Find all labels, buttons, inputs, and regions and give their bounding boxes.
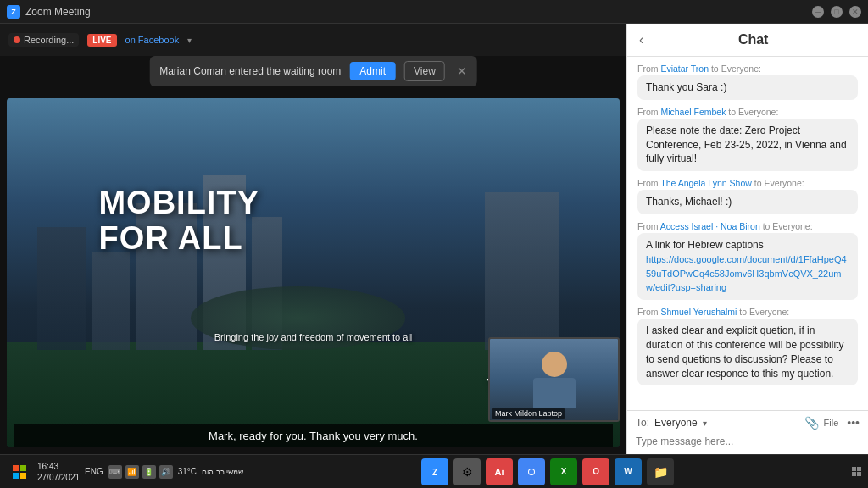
- keyboard-icon: ⌨: [108, 465, 122, 479]
- chat-message: From Eviatar Tron to Everyone: Thank you…: [637, 64, 858, 100]
- titlebar-left: Z Zoom Meeting: [7, 5, 91, 19]
- hebrew-captions-link[interactable]: https://docs.google.com/document/d/1FfaH…: [646, 254, 847, 293]
- participant-thumbnail: Mark Mildon Laptop: [488, 337, 620, 422]
- sender-link[interactable]: Michael Fembek: [660, 107, 726, 117]
- taskbar-apps: Z ⚙ Ai X O W 📁: [421, 458, 674, 485]
- taskbar: 16:43 27/07/2021 ENG ⌨ 📶 🔋 🔊 31°C שמשי ר…: [0, 454, 868, 488]
- view-button[interactable]: View: [404, 61, 445, 81]
- svg-rect-0: [13, 465, 19, 471]
- chrome-taskbar-app[interactable]: [518, 458, 545, 485]
- taskbar-language[interactable]: ENG: [85, 467, 103, 476]
- windows-grid-icon[interactable]: [852, 467, 861, 476]
- close-notification-button[interactable]: ✕: [457, 64, 467, 78]
- chat-header: ‹ Chat: [627, 24, 868, 57]
- person-head: [542, 352, 567, 377]
- volume-icon: 🔊: [159, 465, 173, 479]
- message-text: I asked clear and explicit quetion, if i…: [637, 319, 858, 385]
- message-text: Please note the date: Zero Project Confe…: [637, 119, 858, 171]
- facebook-dropdown-icon[interactable]: ▾: [187, 36, 192, 45]
- close-button[interactable]: ✕: [849, 6, 861, 18]
- admit-button[interactable]: Admit: [349, 62, 396, 80]
- message-text: Thank you Sara :): [637, 75, 858, 100]
- file-label: File: [824, 418, 839, 428]
- to-dropdown-arrow[interactable]: ▾: [703, 419, 707, 428]
- taskbar-system-icons: ⌨ 📶 🔋 🔊: [108, 465, 173, 479]
- waiting-room-text: Marian Coman entered the waiting room: [159, 65, 341, 77]
- titlebar: Z Zoom Meeting ─ □ ✕: [0, 0, 868, 24]
- recording-badge: Recording...: [8, 33, 79, 47]
- taskbar-right: [852, 467, 861, 476]
- chat-title: Chat: [650, 32, 856, 47]
- svg-rect-2: [13, 473, 19, 479]
- file-attach-icon[interactable]: 📎: [804, 416, 819, 430]
- network-icon: 📶: [125, 465, 139, 479]
- chat-message: From Michael Fembek to Everyone: Please …: [637, 107, 858, 171]
- message-text: Thanks, Michael! :): [637, 190, 858, 214]
- recording-label: Recording...: [24, 35, 74, 45]
- recording-dot: [14, 36, 20, 43]
- minimize-button[interactable]: ─: [812, 6, 824, 18]
- chat-input-area: To: Everyone ▾ 📎 File •••: [627, 410, 868, 454]
- zoom-icon: Z: [7, 5, 20, 19]
- message-from: From The Angela Lynn Show to Everyone:: [637, 178, 858, 188]
- chat-message: From Shmuel Yerushalmi to Everyone: I as…: [637, 307, 858, 385]
- sender-link[interactable]: The Angela Lynn Show: [660, 178, 752, 188]
- live-badge: LIVE: [87, 34, 116, 47]
- start-button[interactable]: [7, 459, 32, 485]
- message-from: From Eviatar Tron to Everyone:: [637, 64, 858, 74]
- sender-link[interactable]: Eviatar Tron: [660, 64, 709, 74]
- titlebar-title: Zoom Meeting: [25, 6, 91, 18]
- taskbar-location: שמשי רב הום: [202, 468, 243, 476]
- sender-link[interactable]: Shmuel Yerushalmi: [660, 307, 737, 317]
- chat-to-dropdown[interactable]: Everyone: [654, 417, 698, 429]
- outlook-taskbar-app[interactable]: O: [582, 458, 609, 485]
- person-body: [533, 378, 576, 408]
- taskbar-left: 16:43 27/07/2021 ENG ⌨ 📶 🔋 🔊 31°C שמשי ר…: [7, 459, 243, 485]
- svg-rect-3: [20, 473, 26, 479]
- message-from: From Michael Fembek to Everyone:: [637, 107, 858, 117]
- message-text: A link for Hebrew captions https://docs.…: [637, 233, 858, 300]
- participant-name: Mark Mildon Laptop: [492, 408, 565, 419]
- subtitle-bar: Mark, ready for you. Thank you very much…: [14, 424, 613, 447]
- svg-rect-1: [20, 465, 26, 471]
- sender-link[interactable]: Access Israel · Noa Biron: [660, 221, 760, 231]
- zoom-taskbar-app[interactable]: Z: [421, 458, 448, 485]
- video-topbar: Recording... LIVE on Facebook ▾: [0, 24, 626, 56]
- slide-headline: MOBILITY FOR ALL: [98, 186, 259, 257]
- taskbar-clock: 16:43 27/07/2021: [37, 461, 80, 483]
- chat-panel: ‹ Chat From Eviatar Tron to Everyone: Th…: [626, 24, 868, 454]
- waiting-room-notification: Marian Coman entered the waiting room Ad…: [149, 56, 477, 86]
- battery-icon: 🔋: [142, 465, 156, 479]
- on-facebook-label[interactable]: on Facebook: [125, 35, 180, 45]
- chat-message: From Access Israel · Noa Biron to Everyo…: [637, 221, 858, 300]
- chat-more-options-icon[interactable]: •••: [847, 416, 860, 430]
- main-content: Recording... LIVE on Facebook ▾ Marian C…: [0, 24, 868, 454]
- svg-point-8: [529, 469, 534, 474]
- chat-back-button[interactable]: ‹: [639, 32, 643, 47]
- chat-message: From The Angela Lynn Show to Everyone: T…: [637, 178, 858, 214]
- files-taskbar-app[interactable]: 📁: [647, 458, 674, 485]
- video-area: Recording... LIVE on Facebook ▾ Marian C…: [0, 24, 626, 454]
- chat-message-input[interactable]: [636, 434, 860, 449]
- acrobat-taskbar-app[interactable]: Ai: [486, 458, 513, 485]
- chat-to-row: To: Everyone ▾ 📎 File •••: [636, 416, 860, 430]
- chat-to-label: To:: [636, 417, 649, 429]
- taskbar-weather: 31°C: [178, 467, 197, 476]
- excel-taskbar-app[interactable]: X: [550, 458, 577, 485]
- chat-messages: From Eviatar Tron to Everyone: Thank you…: [627, 57, 868, 410]
- window-controls: ─ □ ✕: [812, 6, 861, 18]
- word-taskbar-app[interactable]: W: [615, 458, 642, 485]
- slide-container: MOBILITY FOR ALL Bringing the joy and fr…: [7, 98, 620, 447]
- settings-taskbar-app[interactable]: ⚙: [453, 458, 481, 485]
- slide-subtitle: Bringing the joy and freedom of movement…: [214, 332, 413, 342]
- message-from: From Shmuel Yerushalmi to Everyone:: [637, 307, 858, 317]
- message-from: From Access Israel · Noa Biron to Everyo…: [637, 221, 858, 231]
- maximize-button[interactable]: □: [831, 6, 843, 18]
- svg-text:Z: Z: [432, 468, 437, 477]
